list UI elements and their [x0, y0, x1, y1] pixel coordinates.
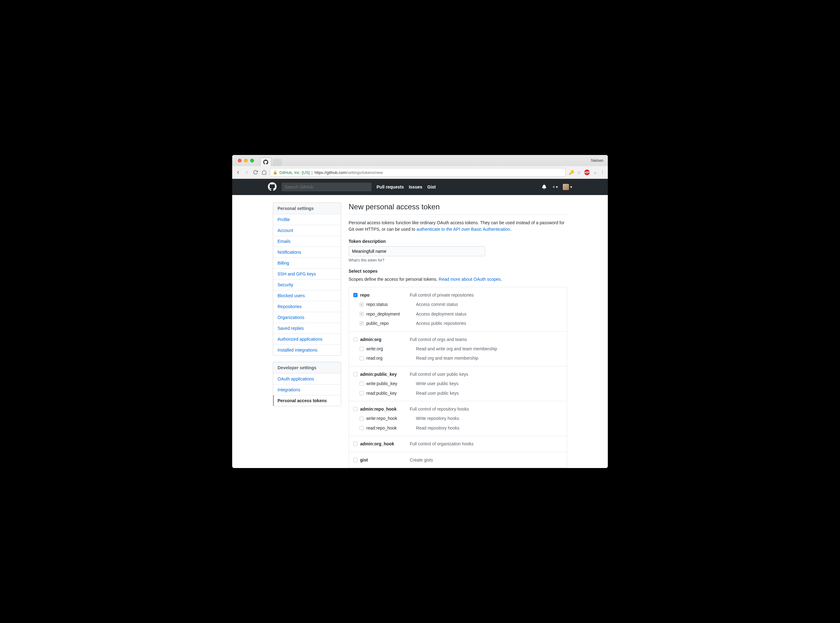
- token-description-hint: What's this token for?: [349, 258, 567, 262]
- scope-checkbox[interactable]: [353, 372, 358, 376]
- github-header: Pull requests Issues Gist ＋▾ ▾: [232, 179, 608, 195]
- scope-name: admin:public_key: [360, 371, 410, 377]
- scope-name: gist: [360, 457, 410, 463]
- sidebar-item[interactable]: Security: [273, 279, 341, 290]
- scopes-intro: Scopes define the access for personal to…: [349, 276, 567, 282]
- scope-description: Full control of private repositories: [410, 292, 474, 298]
- sidebar-item[interactable]: Repositories: [273, 301, 341, 312]
- scopes-table: ✓repoFull control of private repositorie…: [349, 287, 567, 468]
- new-tab-button[interactable]: [272, 159, 282, 166]
- sidebar-item[interactable]: Billing: [273, 258, 341, 269]
- menu-heading-personal: Personal settings: [273, 203, 341, 214]
- scope-group: ✓repoFull control of private repositorie…: [349, 287, 567, 332]
- scope-name: read:repo_hook: [366, 425, 416, 431]
- lock-icon: 🔒: [273, 170, 277, 175]
- oauth-scopes-link[interactable]: Read more about OAuth scopes: [439, 277, 501, 282]
- scope-name: admin:org: [360, 336, 410, 343]
- nav-pull-requests[interactable]: Pull requests: [376, 184, 404, 189]
- sidebar-item[interactable]: Emails: [273, 236, 341, 247]
- settings-sidebar: Personal settings ProfileAccountEmailsNo…: [273, 203, 341, 413]
- sidebar-item: Personal access tokens: [273, 395, 341, 406]
- scope-group: admin:repo_hookFull control of repositor…: [349, 401, 567, 436]
- scope-description: Write repository hooks: [416, 415, 459, 422]
- scope-checkbox[interactable]: [360, 347, 364, 351]
- scope-checkbox[interactable]: ✓: [360, 302, 364, 307]
- scope-row: read:repo_hookRead repository hooks: [349, 423, 567, 433]
- scope-name: repo_deployment: [366, 311, 416, 318]
- drive-extension-icon[interactable]: ▲: [593, 170, 597, 175]
- github-logo-icon[interactable]: [268, 182, 277, 192]
- sidebar-item[interactable]: OAuth applications: [273, 374, 341, 385]
- scope-name: read:public_key: [366, 390, 416, 397]
- scope-checkbox[interactable]: [360, 416, 364, 421]
- address-bar[interactable]: 🔒 GitHub, Inc. [US] | https://github.com…: [270, 168, 566, 177]
- scope-description: Create gists: [410, 457, 433, 463]
- scope-group: admin:orgFull control of orgs and teamsw…: [349, 332, 567, 367]
- scope-group: admin:public_keyFull control of user pub…: [349, 367, 567, 401]
- home-button[interactable]: [262, 170, 267, 175]
- scope-checkbox[interactable]: [360, 391, 364, 395]
- scope-checkbox[interactable]: [353, 458, 358, 462]
- sidebar-item[interactable]: Integrations: [273, 385, 341, 395]
- scope-row: admin:public_keyFull control of user pub…: [349, 370, 567, 379]
- scope-description: Access deployment status: [416, 311, 467, 318]
- sidebar-item[interactable]: SSH and GPG keys: [273, 269, 341, 279]
- scope-checkbox[interactable]: [353, 407, 358, 411]
- auth-api-link[interactable]: authenticate to the API over Basic Authe…: [416, 227, 510, 232]
- notifications-bell-icon[interactable]: [542, 184, 547, 190]
- window-controls: [235, 159, 256, 163]
- scope-checkbox[interactable]: ✓: [360, 312, 364, 316]
- token-description-input[interactable]: [349, 246, 485, 256]
- scope-row: ✓repo:statusAccess commit status: [349, 300, 567, 309]
- sidebar-item[interactable]: Saved replies: [273, 323, 341, 334]
- browser-tab-active[interactable]: [260, 158, 271, 166]
- browser-window: Nielsen 🔒 GitHub, Inc. [US] | https://gi…: [232, 155, 608, 468]
- scope-checkbox[interactable]: [360, 426, 364, 430]
- minimize-window-button[interactable]: [244, 159, 248, 163]
- chrome-menu-icon[interactable]: ⋮: [600, 170, 605, 175]
- scope-description: Full control of organization hooks: [410, 440, 473, 447]
- scope-checkbox[interactable]: [360, 356, 364, 361]
- browser-profile-label[interactable]: Nielsen: [591, 158, 603, 163]
- user-menu[interactable]: ▾: [563, 184, 572, 190]
- sidebar-item[interactable]: Authorized applications: [273, 334, 341, 345]
- token-description-label: Token description: [349, 239, 567, 244]
- back-button[interactable]: [235, 170, 241, 175]
- site-info-icon[interactable]: 🔑: [569, 170, 574, 175]
- scope-description: Read repository hooks: [416, 425, 459, 431]
- maximize-window-button[interactable]: [250, 159, 254, 163]
- nav-issues[interactable]: Issues: [409, 184, 422, 189]
- github-primary-nav: Pull requests Issues Gist: [376, 184, 436, 189]
- nav-gist[interactable]: Gist: [427, 184, 436, 189]
- forward-button[interactable]: [244, 170, 249, 175]
- close-window-button[interactable]: [238, 159, 242, 163]
- sidebar-item[interactable]: Installed integrations: [273, 345, 341, 355]
- main-content: New personal access token Personal acces…: [349, 203, 567, 468]
- scope-checkbox[interactable]: [353, 337, 358, 342]
- sidebar-item[interactable]: Notifications: [273, 247, 341, 258]
- sidebar-item[interactable]: Profile: [273, 214, 341, 225]
- scope-row: ✓repo_deploymentAccess deployment status: [349, 309, 567, 319]
- scope-row: admin:orgFull control of orgs and teams: [349, 335, 567, 344]
- create-new-dropdown[interactable]: ＋▾: [552, 184, 558, 190]
- bookmark-star-icon[interactable]: ☆: [577, 170, 581, 175]
- browser-chrome: Nielsen 🔒 GitHub, Inc. [US] | https://gi…: [232, 155, 608, 179]
- reload-button[interactable]: [253, 170, 258, 175]
- scope-checkbox[interactable]: [353, 442, 358, 446]
- scope-row: write:public_keyWrite user public keys: [349, 379, 567, 388]
- scope-name: write:public_key: [366, 380, 416, 387]
- url-identity: GitHub, Inc. [US]: [279, 170, 310, 175]
- scope-checkbox[interactable]: ✓: [353, 293, 358, 297]
- sidebar-item[interactable]: Blocked users: [273, 290, 341, 301]
- menu-heading-developer: Developer settings: [273, 362, 341, 374]
- avatar: [563, 184, 569, 190]
- sidebar-item[interactable]: Organizations: [273, 312, 341, 323]
- toolbar-right-icons: 🔑 ☆ ABP ▲ ⋮: [569, 170, 605, 175]
- sidebar-item[interactable]: Account: [273, 225, 341, 236]
- github-search-input[interactable]: [282, 183, 372, 191]
- adblock-extension-icon[interactable]: ABP: [584, 170, 590, 175]
- scope-description: Full control of user public keys: [410, 371, 468, 377]
- scope-checkbox[interactable]: ✓: [360, 321, 364, 325]
- scope-checkbox[interactable]: [360, 381, 364, 386]
- scope-name: admin:org_hook: [360, 440, 410, 447]
